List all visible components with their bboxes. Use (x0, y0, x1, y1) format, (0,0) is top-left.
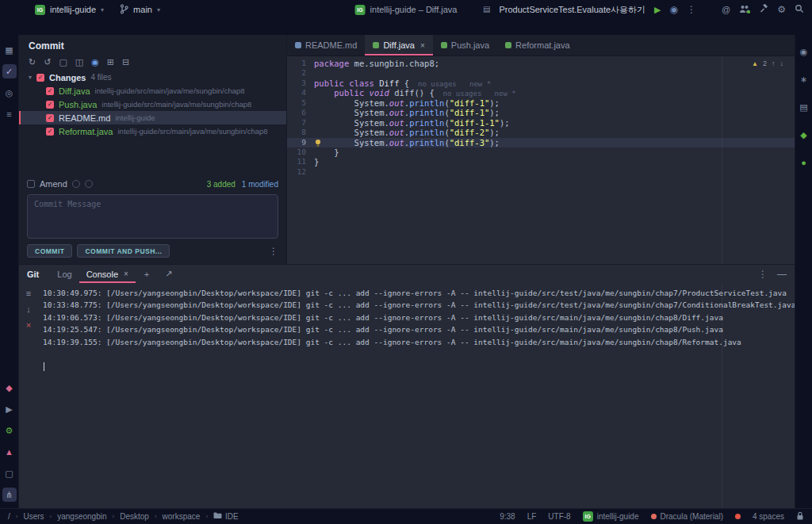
commit-message-input[interactable] (27, 194, 278, 239)
pull-requests-icon[interactable]: ◎ (2, 86, 17, 100)
breadcrumb-item[interactable]: / (8, 512, 10, 521)
lock-icon[interactable] (796, 511, 804, 522)
dependencies-icon[interactable]: ● (797, 155, 811, 170)
help-icon[interactable] (85, 180, 93, 188)
code-line[interactable]: 4 public void diff() { no usages new * (287, 88, 795, 98)
rollback-icon[interactable]: ↺ (44, 58, 51, 67)
changed-file-row[interactable]: ✓README.mdintellij-guide (19, 111, 286, 124)
close-tab-icon[interactable]: × (124, 270, 128, 278)
code-line[interactable]: 11} (287, 157, 795, 166)
tab-diff.java[interactable]: Diff.java× (365, 35, 432, 55)
indent-widget[interactable]: 4 spaces (753, 512, 784, 521)
code-line[interactable]: 2 (287, 68, 795, 78)
version-control-icon[interactable]: ⋔ (2, 488, 17, 502)
changelist-icon[interactable]: ▢ (59, 58, 67, 67)
branch-selector[interactable]: main (133, 5, 152, 14)
terminal-icon[interactable]: ▢ (2, 466, 17, 480)
more-icon[interactable]: ⋮ (269, 247, 278, 256)
refresh-icon[interactable]: ↻ (29, 58, 36, 67)
changed-file-row[interactable]: ✓Diff.javaintellij-guide/src/main/java/m… (19, 84, 286, 98)
tab-log[interactable]: Log (50, 265, 79, 283)
group-by-icon[interactable]: ◫ (75, 58, 83, 67)
scroll-to-end-icon[interactable]: ↓ (26, 305, 31, 314)
more-icon[interactable]: ⋮ (758, 270, 768, 279)
soft-wrap-icon[interactable]: ≡ (26, 289, 31, 298)
services-icon[interactable]: ⚙ (2, 423, 17, 438)
tab-reformat.java[interactable]: Reformat.java (497, 35, 577, 55)
code-with-me-users-icon[interactable] (739, 2, 750, 17)
ai-assistant-icon[interactable]: ∗ (797, 72, 811, 86)
tab-console[interactable]: Console× (79, 265, 136, 283)
commit-toolbar: ↻↺▢◫◉⊞⊟ (19, 53, 286, 71)
tab-readme.md[interactable]: README.md (287, 35, 365, 55)
commit-button[interactable]: COMMIT (27, 244, 72, 258)
breadcrumb-item[interactable]: workspace (163, 512, 201, 521)
file-checkbox[interactable]: ✓ (46, 101, 54, 109)
recording-indicator-icon[interactable] (735, 514, 741, 519)
git-panel-title[interactable]: Git (27, 265, 39, 283)
breadcrumb-item[interactable]: Desktop (120, 512, 149, 521)
at-mention-icon[interactable]: @ (722, 6, 730, 14)
breadcrumb-item[interactable]: Users (23, 512, 44, 521)
code-line[interactable]: 6 System.out.println("diff-1"); (287, 108, 795, 117)
code-line[interactable]: 9 System.out.println("diff-3"); (287, 138, 795, 147)
bookmarks-icon[interactable]: ◆ (2, 381, 17, 395)
run-tool-icon[interactable]: ▶ (2, 402, 17, 416)
add-tab-button[interactable]: + (137, 265, 156, 283)
amend-checkbox[interactable] (27, 180, 35, 188)
code-line[interactable]: 5 System.out.println("diff-1"); (287, 98, 795, 108)
expand-all-icon[interactable]: ⊞ (107, 58, 114, 67)
build-hammer-icon[interactable] (759, 2, 768, 17)
git-console[interactable]: ≡↓× 10:30:49.975: [/Users/yangseongbin/D… (19, 283, 795, 508)
code-line[interactable]: 12 (287, 167, 795, 177)
code-line[interactable]: 1package me.sungbin.chap8; (287, 59, 795, 68)
code-text: } (314, 157, 795, 166)
notifications-icon[interactable]: ◉ (797, 44, 811, 59)
next-problem-icon[interactable]: ↓ (780, 59, 784, 67)
preview-diff-icon[interactable]: ◉ (91, 58, 99, 67)
file-checkbox[interactable]: ✓ (46, 114, 54, 122)
hide-panel-icon[interactable]: — (777, 270, 787, 279)
breadcrumb-item[interactable]: yangseongbin (57, 512, 106, 521)
changed-file-row[interactable]: ✓Reformat.javaintellij-guide/src/main/ja… (19, 124, 286, 138)
more-actions-icon[interactable]: ⋮ (687, 5, 696, 14)
git-branch-widget[interactable]: IG intellij-guide (583, 511, 639, 522)
run-button[interactable]: ▶ (654, 5, 661, 15)
code-line[interactable]: 7 System.out.println("diff-1-1"); (287, 118, 795, 128)
search-everywhere-icon[interactable] (795, 2, 804, 17)
code-line[interactable]: 10 } (287, 147, 795, 157)
close-tab-icon[interactable]: × (420, 41, 425, 50)
project-selector[interactable]: intellij-guide (50, 5, 96, 14)
project-icon[interactable]: ▦ (2, 43, 17, 57)
file-checkbox[interactable]: ✓ (46, 128, 54, 136)
inspection-widget[interactable]: ▲ 2 ↑ ↓ (752, 59, 783, 67)
history-icon[interactable] (72, 180, 80, 188)
problems-icon[interactable]: ▲ (2, 445, 17, 459)
prev-problem-icon[interactable]: ↑ (772, 59, 776, 67)
theme-widget[interactable]: Dracula (Material) (651, 512, 723, 521)
file-encoding[interactable]: UTF-8 (548, 512, 570, 521)
clear-console-icon[interactable]: × (26, 321, 31, 330)
gradle-icon[interactable]: ◆ (797, 128, 811, 142)
code-line[interactable]: 3public class Diff { no usages new * (287, 78, 795, 88)
changes-checkbox[interactable]: ✓ (36, 74, 44, 82)
run-configuration-selector[interactable]: ProductServiceTest.Evaluate사용하기 (499, 4, 645, 16)
coverage-icon[interactable]: ◉ (670, 5, 678, 14)
database-icon[interactable]: ▤ (797, 100, 811, 114)
collapse-all-icon[interactable]: ⊟ (122, 58, 129, 67)
collapse-arrow-icon[interactable]: ▾ (29, 74, 32, 81)
file-checkbox[interactable]: ✓ (46, 87, 54, 95)
breadcrumb-item[interactable]: IDE (213, 512, 239, 521)
line-separator[interactable]: LF (527, 512, 537, 521)
settings-gear-icon[interactable]: ⚙ (777, 5, 786, 14)
tab-push.java[interactable]: Push.java (433, 35, 497, 55)
code-editor[interactable]: 1package me.sungbin.chap8;23public class… (287, 56, 795, 265)
changes-root-row[interactable]: ▾ ✓ Changes 4 files (19, 71, 286, 84)
expand-icon[interactable]: ↗ (158, 265, 179, 283)
commit-and-push-button[interactable]: COMMIT AND PUSH... (77, 244, 170, 258)
structure-icon[interactable]: ≡ (2, 107, 17, 121)
code-line[interactable]: 8 System.out.println("diff-2"); (287, 128, 795, 137)
caret-position[interactable]: 9:38 (500, 512, 515, 521)
commit-icon[interactable]: ✓ (2, 64, 17, 78)
changed-file-row[interactable]: ✓Push.javaintellij-guide/src/main/java/m… (19, 98, 286, 111)
